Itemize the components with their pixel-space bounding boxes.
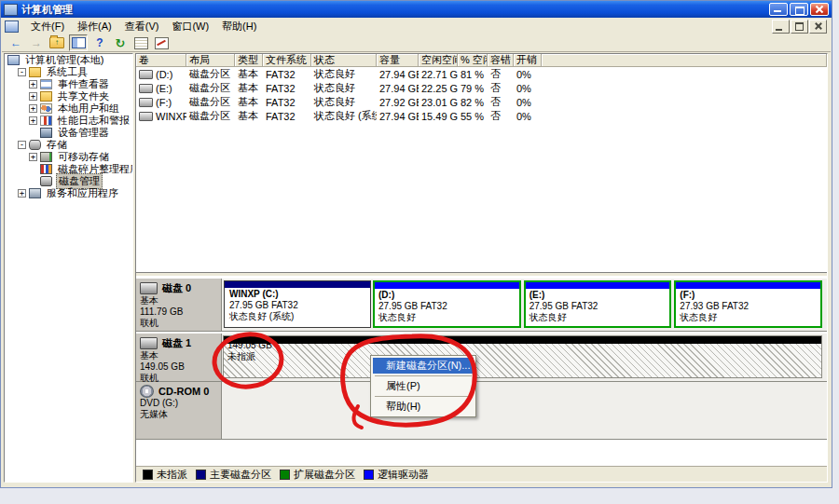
- expand-icon[interactable]: +: [18, 189, 26, 198]
- unallocated-bar: [224, 336, 821, 344]
- title-bar: 计算机管理: [1, 1, 832, 18]
- minimize-button[interactable]: [769, 3, 788, 16]
- shared-folders-icon: [40, 91, 52, 102]
- col-free-space[interactable]: 空闲空间: [419, 54, 458, 67]
- col-overhead[interactable]: 开销: [514, 54, 542, 67]
- tree-item-services-applications[interactable]: + 服务和应用程序: [5, 187, 132, 199]
- cdrom-header[interactable]: CD-ROM 0 DVD (G:) 无媒体: [136, 382, 222, 440]
- properties-icon[interactable]: [132, 35, 149, 50]
- graphical-view: 磁盘 0 基本 111.79 GB 联机 WINXP (C:) 27.95 GB…: [136, 277, 827, 482]
- volume-row-f[interactable]: (F:) 磁盘分区 基本 FAT32 状态良好 27.92 GB 23.01 G…: [136, 95, 827, 109]
- disk-1-row: 磁盘 1 基本 149.05 GB 联机 149.05 GB 未指派: [136, 334, 827, 382]
- storage-icon: [29, 140, 41, 150]
- unallocated-color-swatch: [143, 470, 153, 480]
- expand-icon[interactable]: +: [29, 116, 37, 125]
- menu-item-new-partition[interactable]: 新建磁盘分区(N)...: [373, 358, 474, 374]
- partition-e[interactable]: (E:) 27.95 GB FAT32 状态良好: [524, 280, 672, 328]
- col-layout[interactable]: 布局: [186, 54, 235, 67]
- context-menu: 新建磁盘分区(N)... 属性(P) 帮助(H): [370, 355, 476, 417]
- close-button[interactable]: [810, 3, 829, 16]
- col-volume[interactable]: 卷: [136, 54, 186, 67]
- child-minimize-button[interactable]: [772, 20, 790, 34]
- menu-item-properties[interactable]: 属性(P): [373, 378, 474, 394]
- menu-file[interactable]: 文件(F): [24, 18, 71, 35]
- forward-icon[interactable]: →: [28, 35, 45, 50]
- disk-0-strip: WINXP (C:) 27.95 GB FAT32 状态良好 (系统) (D:)…: [222, 279, 827, 332]
- extended-partition: (D:) 27.95 GB FAT32 状态良好 (E:) 27.95 GB F…: [373, 280, 822, 328]
- child-close-button[interactable]: [809, 20, 827, 34]
- col-fault-tolerance[interactable]: 容错: [488, 54, 514, 67]
- expand-icon[interactable]: +: [29, 153, 37, 161]
- cdrom-icon: [140, 385, 154, 398]
- legend-extended-partition: 扩展磁盘分区: [280, 468, 355, 482]
- volume-list: 卷 布局 类型 文件系统 状态 容量 空闲空间 % 空闲 容错 开销 (D:) …: [136, 54, 827, 272]
- cdrom-row: CD-ROM 0 DVD (G:) 无媒体: [136, 382, 827, 440]
- primary-color-swatch: [196, 470, 206, 480]
- volume-icon: [139, 84, 153, 93]
- col-filesystem[interactable]: 文件系统: [263, 54, 311, 67]
- collapse-icon[interactable]: -: [18, 68, 26, 76]
- console-tree: 计算机管理(本地) - 系统工具 + 事件查看器 + 共享文件夹 + 本地用户和…: [4, 53, 133, 483]
- cdrom-strip: [222, 382, 827, 440]
- disk-icon: [140, 337, 158, 349]
- collapse-icon[interactable]: -: [18, 141, 26, 149]
- desktop: 计算机管理 文件(F) 操作(A) 查看(V) 窗口(W) 帮助(H): [0, 0, 839, 504]
- expand-icon[interactable]: +: [29, 80, 37, 89]
- volume-row-d[interactable]: (D:) 磁盘分区 基本 FAT32 状态良好 27.94 GB 22.71 G…: [136, 67, 827, 81]
- mdi-child-icon[interactable]: [5, 20, 19, 33]
- window-title: 计算机管理: [21, 3, 769, 17]
- removable-storage-icon: [40, 152, 52, 162]
- legend-unallocated: 未指派: [143, 468, 187, 482]
- volume-icon: [139, 70, 153, 79]
- volume-list-header: 卷 布局 类型 文件系统 状态 容量 空闲空间 % 空闲 容错 开销: [136, 54, 827, 67]
- help-icon[interactable]: ?: [91, 35, 108, 50]
- disk-icon: [140, 282, 158, 294]
- logical-color-swatch: [364, 470, 374, 480]
- back-icon[interactable]: ←: [7, 35, 24, 50]
- col-status[interactable]: 状态: [311, 54, 377, 67]
- legend-bar: 未指派 主要磁盘分区 扩展磁盘分区 逻辑驱动器: [136, 466, 827, 482]
- disk-1-header[interactable]: 磁盘 1 基本 149.05 GB 联机: [136, 334, 222, 382]
- app-icon: [4, 4, 18, 16]
- menu-help[interactable]: 帮助(H): [215, 18, 263, 35]
- logical-drive-bar: [526, 282, 670, 289]
- restore-button[interactable]: [790, 3, 808, 16]
- disk-0-row: 磁盘 0 基本 111.79 GB 联机 WINXP (C:) 27.95 GB…: [136, 279, 827, 332]
- system-tools-icon: [29, 67, 41, 77]
- menu-window[interactable]: 窗口(W): [165, 18, 215, 35]
- logical-drive-bar: [375, 282, 519, 289]
- unallocated-region[interactable]: 149.05 GB 未指派: [223, 335, 822, 378]
- disk-management-icon: [40, 176, 52, 186]
- volume-icon: [139, 112, 153, 121]
- col-type[interactable]: 类型: [235, 54, 263, 67]
- volume-row-e[interactable]: (E:) 磁盘分区 基本 FAT32 状态良好 27.94 GB 22.25 G…: [136, 81, 827, 95]
- users-icon: [40, 103, 52, 114]
- partition-f[interactable]: (F:) 27.93 GB FAT32 状态良好: [674, 280, 822, 328]
- expand-icon[interactable]: +: [29, 104, 37, 113]
- partition-d[interactable]: (D:) 27.95 GB FAT32 状态良好: [373, 280, 521, 328]
- toolbar: ← → ↑ ? ↻: [2, 34, 831, 52]
- col-capacity[interactable]: 容量: [377, 54, 419, 67]
- partition-winxp-c[interactable]: WINXP (C:) 27.95 GB FAT32 状态良好 (系统): [224, 280, 371, 328]
- child-restore-button[interactable]: [791, 20, 808, 34]
- volume-icon: [139, 98, 153, 107]
- unallocated-hatch: [224, 344, 821, 377]
- help-topics-icon[interactable]: [153, 35, 170, 50]
- menu-action[interactable]: 操作(A): [71, 18, 118, 35]
- volume-row-winxp-c[interactable]: WINXP (C:) 磁盘分区 基本 FAT32 状态良好 (系统) 27.94…: [136, 109, 827, 123]
- up-one-level-icon[interactable]: ↑: [48, 35, 65, 50]
- refresh-icon[interactable]: ↻: [112, 35, 129, 50]
- col-filler: [542, 54, 827, 67]
- menu-view[interactable]: 查看(V): [118, 18, 166, 35]
- services-icon: [29, 188, 41, 198]
- show-hide-tree-icon[interactable]: [69, 34, 88, 51]
- menu-separator: [375, 396, 472, 397]
- col-percent-free[interactable]: % 空闲: [458, 54, 488, 67]
- legend-logical-drive: 逻辑驱动器: [364, 468, 429, 482]
- logical-drive-bar: [676, 282, 820, 289]
- menu-item-help[interactable]: 帮助(H): [373, 399, 474, 415]
- event-viewer-icon: [40, 79, 52, 89]
- disk-0-header[interactable]: 磁盘 0 基本 111.79 GB 联机: [136, 279, 222, 332]
- expand-icon[interactable]: +: [29, 92, 37, 101]
- defragmenter-icon: [40, 164, 52, 174]
